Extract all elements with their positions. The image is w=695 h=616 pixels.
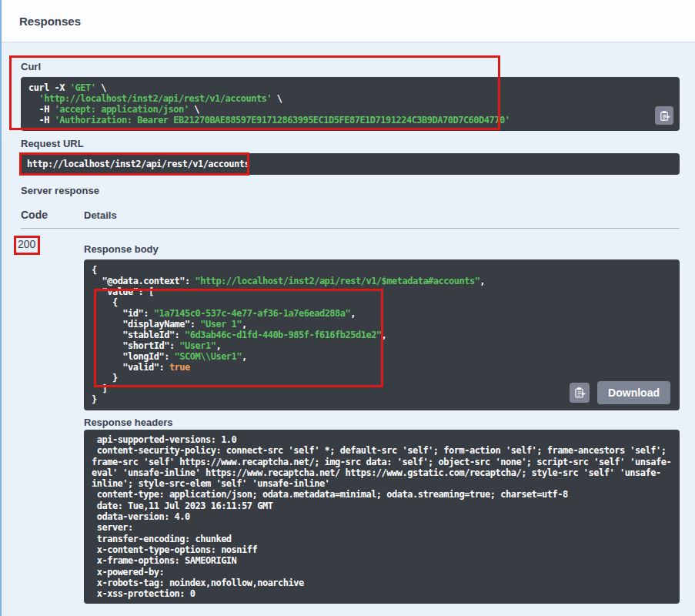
curl-copy-button[interactable] — [655, 106, 673, 125]
response-headers-block: api-supported-versions: 1.0 content-secu… — [84, 430, 680, 604]
response-body-block: { "@odata.context": "http://localhost/in… — [84, 259, 680, 410]
response-body-label: Response body — [84, 243, 159, 255]
responses-header: Responses — [2, 0, 695, 42]
request-url-value: http://localhost/inst2/api/rest/v1/accou… — [27, 159, 249, 169]
response-headers-code: api-supported-versions: 1.0 content-secu… — [92, 434, 672, 599]
responses-title: Responses — [19, 15, 81, 28]
curl-command-code: curl -X 'GET' \ 'http://localhost/inst2/… — [28, 82, 672, 126]
code-column-header: Code — [21, 209, 48, 221]
responses-section: Responses Curl curl -X 'GET' \ 'http://l… — [0, 0, 695, 616]
request-url-block: http://localhost/inst2/api/rest/v1/accou… — [21, 153, 680, 175]
server-response-label: Server response — [21, 185, 99, 196]
details-column-header: Details — [84, 209, 117, 221]
table-header-divider — [21, 228, 680, 229]
curl-label: Curl — [21, 61, 41, 72]
download-button[interactable]: Download — [597, 381, 670, 404]
response-headers-label: Response headers — [84, 417, 173, 428]
request-url-label: Request URL — [21, 138, 84, 149]
copy-to-clipboard-icon — [573, 387, 586, 399]
status-code: 200 — [18, 238, 35, 250]
response-body-copy-button[interactable] — [570, 383, 590, 403]
copy-to-clipboard-icon — [659, 110, 670, 122]
curl-command-block: curl -X 'GET' \ 'http://localhost/inst2/… — [21, 77, 680, 131]
